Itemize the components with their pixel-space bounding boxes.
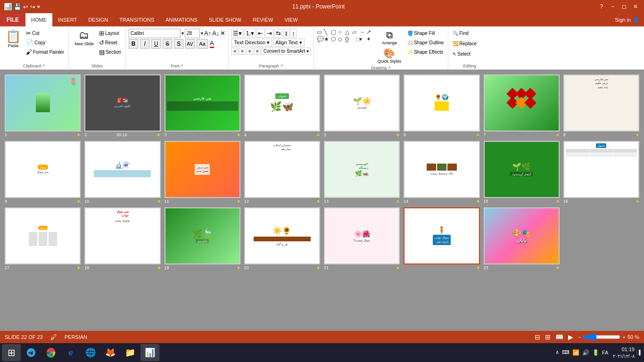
normal-view-button[interactable]: ⊟ — [535, 333, 540, 341]
close-button[interactable]: ✕ — [631, 2, 640, 11]
shape-effects-button[interactable]: ✨ Shape Effects — [406, 48, 445, 57]
tab-view[interactable]: VIEW — [279, 13, 303, 26]
slide-9-star[interactable]: ★ — [77, 199, 81, 204]
save-icon[interactable]: 💾 — [14, 3, 21, 10]
copy-button[interactable]: 📄 Copy — [25, 38, 66, 48]
tab-slideshow[interactable]: SLIDE SHOW — [203, 13, 247, 26]
drawing-dialog-launcher[interactable]: ↗ — [388, 66, 391, 70]
slide-18-star[interactable]: ★ — [157, 265, 161, 270]
increase-indent-button[interactable]: ⇥ — [265, 29, 273, 38]
slide-5[interactable]: 🌱☀️ فتوسنتز 5 ★ — [324, 74, 400, 137]
slide-sorter-button[interactable]: ⊞ — [545, 333, 551, 341]
slide-19-star[interactable]: ★ — [237, 265, 240, 270]
line-spacing-button[interactable]: ↕ — [290, 29, 297, 38]
slide-16[interactable]: جدول 16 ★ — [563, 141, 639, 204]
ie-button[interactable]: 🌐 — [81, 344, 100, 361]
tab-insert[interactable]: INSERT — [52, 13, 83, 26]
shape-diamond[interactable]: ◇ — [338, 36, 345, 44]
cut-button[interactable]: ✂ Cut — [25, 29, 66, 38]
slide-2-star[interactable]: ★ — [157, 132, 160, 137]
shape-rect[interactable]: ▭ — [317, 29, 323, 35]
font-name-dropdown[interactable]: ▾ — [182, 31, 184, 36]
arrange-button[interactable]: ⧉ Arrange — [375, 29, 404, 46]
find-button[interactable]: 🔍 Find — [451, 29, 470, 38]
slide-16-star[interactable]: ★ — [636, 199, 639, 204]
notes-button[interactable]: 🖊 — [50, 333, 57, 341]
font-size-input[interactable] — [185, 29, 200, 38]
slide-10[interactable]: 🔬⚗️ 10 ★ — [84, 141, 160, 204]
edge-legacy-button[interactable]: e — [61, 344, 80, 361]
paragraph-label[interactable]: Paragraph ↗ — [231, 64, 311, 68]
slide-21[interactable]: 🌸🌺 سوال چیست؟ 21 ★ — [324, 207, 400, 270]
files-button[interactable]: 📁 — [121, 344, 140, 361]
paste-button[interactable]: 📋 Paste — [3, 29, 24, 49]
font-size-dropdown[interactable]: ▾ — [201, 31, 203, 36]
slide-9[interactable]: سوال متن سوال 9 ★ — [5, 141, 81, 204]
italic-button[interactable]: I — [140, 39, 149, 49]
slide-23[interactable]: 🎨🎭 پایان 23 ★ — [484, 207, 560, 270]
slide-8[interactable]: متن فارسیدرس علومپایه پنجم 8 ★ — [563, 74, 639, 137]
section-button[interactable]: ▤ Section — [98, 48, 123, 57]
font-label[interactable]: Font ↗ — [129, 64, 225, 68]
volume-icon[interactable]: 🔊 — [582, 349, 589, 356]
slide-4[interactable]: عنوان 🌿🦋 4 ★ — [244, 74, 320, 137]
slide-10-star[interactable]: ★ — [157, 199, 161, 204]
quick-styles-button[interactable]: 🎨 Quick Styles — [375, 47, 404, 65]
slide-17-star[interactable]: ★ — [77, 265, 81, 270]
slide-14[interactable]: خاک و محیط زیست 14 ★ — [404, 141, 479, 204]
shape-oval[interactable]: ○ — [338, 29, 345, 35]
redo-icon[interactable]: ↪ — [30, 3, 35, 10]
strikethrough-button[interactable]: S — [163, 39, 172, 49]
slide-13[interactable]: اکوسیستمزیستگاه 🌿🦗 13 ★ — [324, 141, 400, 204]
replace-button[interactable]: 🔁 Replace — [451, 39, 478, 49]
font-dialog-launcher[interactable]: ↗ — [180, 64, 183, 68]
smartart-button[interactable]: ⇆ — [274, 29, 282, 38]
reset-button[interactable]: ↺ Reset — [98, 38, 123, 48]
slide-23-star[interactable]: ★ — [556, 265, 560, 270]
shape-pentagon[interactable]: ⬠ — [331, 36, 338, 44]
clipboard-dialog-launcher[interactable]: ↗ — [42, 64, 45, 68]
slide-22-star[interactable]: ★ — [476, 265, 480, 270]
clear-format-button[interactable]: ✕ — [220, 30, 225, 37]
slide-20-star[interactable]: ★ — [316, 265, 320, 270]
undo-icon[interactable]: ↩ — [23, 3, 28, 10]
format-painter-button[interactable]: 🖌 Format Painter — [25, 48, 66, 57]
select-button[interactable]: ↖ Select — [451, 49, 472, 59]
font-color-button[interactable]: A — [210, 40, 214, 48]
slide-2[interactable]: 🎒📚 علوم تجربی 2 00:10 ★ — [84, 74, 160, 137]
slide-18[interactable]: متن سوالجواب توضیح بیشتر 18 ★ — [84, 207, 160, 270]
slide-3-star[interactable]: ★ — [237, 132, 240, 137]
clipboard-label[interactable]: Clipboard ↗ — [3, 64, 66, 68]
restore-button[interactable]: ◻ — [619, 2, 629, 11]
shape-connector[interactable]: ↗ — [366, 29, 373, 35]
shape-more[interactable]: ▾ — [359, 36, 366, 44]
slide-17[interactable]: سوال 17 ★ — [5, 207, 81, 270]
show-desktop-button[interactable]: ▌ — [636, 350, 642, 355]
shape-outline-button[interactable]: ⬜ Shape Outline — [406, 38, 445, 48]
convert-smartart-button[interactable]: Convert to SmartArt ▾ — [262, 48, 311, 55]
align-text-button[interactable]: Align Text ▾ — [273, 39, 305, 47]
slide-4-star[interactable]: ★ — [316, 132, 320, 137]
bold-button[interactable]: B — [129, 39, 138, 49]
align-left-button[interactable]: ≡ — [231, 48, 238, 55]
zoom-out-button[interactable]: − — [578, 334, 581, 340]
shape-bracket[interactable]: {} — [345, 36, 352, 44]
slide-6-star[interactable]: ★ — [476, 132, 480, 137]
decrease-font-button[interactable]: A↓ — [212, 30, 219, 37]
align-right-button[interactable]: ≡ — [247, 48, 253, 55]
tab-animations[interactable]: ANIMATIONS — [160, 13, 203, 26]
underline-button[interactable]: U — [151, 39, 161, 49]
minimize-button[interactable]: − — [608, 2, 618, 11]
numbering-button[interactable]: 1.▾ — [244, 29, 256, 38]
case-button[interactable]: Aa — [197, 39, 208, 49]
help-button[interactable]: ? — [597, 2, 606, 11]
slide-1[interactable]: 🌷 1 ★ — [5, 74, 81, 137]
tab-home[interactable]: HOME — [25, 13, 52, 26]
clock-date[interactable]: 01:19 ۲۰۲۱/۱۲/۰۸ — [613, 346, 635, 359]
slide-7[interactable]: 7 ★ — [484, 74, 560, 137]
text-direction-button[interactable]: Text Direction ▾ — [231, 39, 272, 47]
start-button[interactable]: ⊞ — [2, 344, 21, 361]
slide-22[interactable]: 🧍 سوال نهاییپاسخ دهید 22 ★ — [404, 207, 479, 270]
new-slide-button[interactable]: 🗂 New Slide — [72, 29, 97, 47]
shape-line[interactable]: ╲ — [324, 29, 330, 35]
